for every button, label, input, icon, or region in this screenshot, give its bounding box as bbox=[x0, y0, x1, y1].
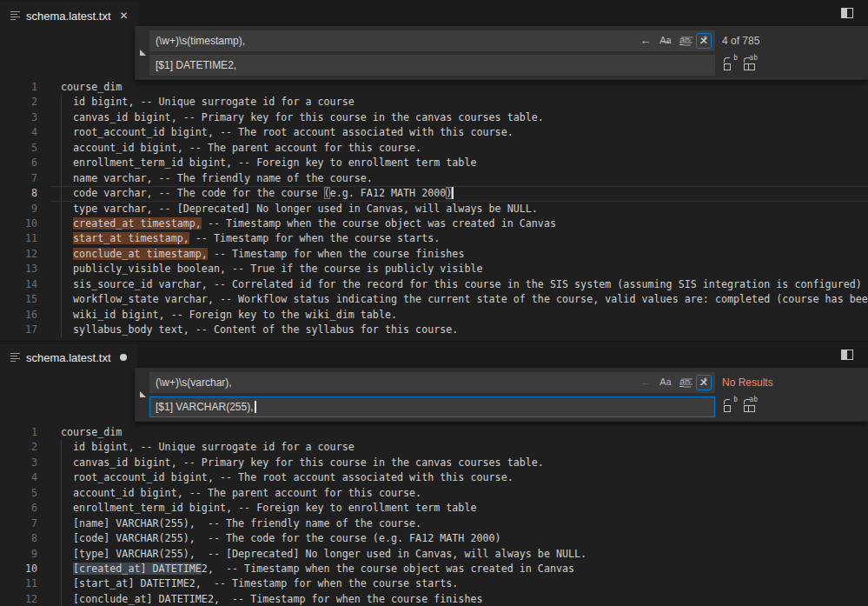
find-in-selection-icon[interactable] bbox=[681, 37, 692, 46]
line-text: root_account_id bigint, -- The root acco… bbox=[61, 125, 514, 140]
close-find-icon[interactable]: ✕ bbox=[696, 372, 712, 393]
split-editor-icon[interactable] bbox=[841, 8, 853, 18]
code-line: 5 account_id bigint, -- The parent accou… bbox=[0, 486, 868, 501]
previous-match-icon[interactable]: ← bbox=[637, 372, 654, 393]
toggle-replace-icon[interactable] bbox=[140, 391, 146, 397]
line-text: start_at timestamp, -- Timestamp for whe… bbox=[61, 231, 440, 246]
line-text: name varchar, -- The friendly name of th… bbox=[61, 171, 373, 186]
line-text: [start_at] DATETIME2, -- Timestamp for w… bbox=[61, 576, 458, 591]
line-text: enrollment_term_id bigint, -- Foreign ke… bbox=[61, 156, 476, 170]
line-text: account_id bigint, -- The parent account… bbox=[61, 486, 421, 501]
toggle-replace-icon[interactable] bbox=[140, 50, 146, 56]
find-match-count: 4 of 785 bbox=[722, 30, 759, 51]
previous-match-icon[interactable]: ← bbox=[637, 30, 654, 51]
selection-highlight: [created_at] DATETIME bbox=[73, 563, 202, 575]
line-text: canvas_id bigint, -- Primary key for thi… bbox=[61, 110, 544, 125]
line-number: 13 bbox=[0, 262, 37, 276]
line-text: created_at timestamp, -- Timestamp when … bbox=[61, 216, 556, 231]
line-text: workflow_state varchar, -- Workflow stat… bbox=[61, 292, 868, 307]
line-text: root_account_id bigint, -- The root acco… bbox=[61, 470, 514, 485]
tab-bar-bottom: schema.latest.txt bbox=[0, 342, 868, 368]
line-text: id bigint, -- Unique surrogate id for a … bbox=[61, 95, 354, 110]
line-number: 10 bbox=[0, 562, 37, 576]
code-line: 7 name varchar, -- The friendly name of … bbox=[0, 171, 868, 186]
line-number: 5 bbox=[0, 486, 37, 501]
line-number: 7 bbox=[0, 516, 37, 531]
replace-icon[interactable]: b bbox=[723, 57, 738, 71]
find-match-count: No Results bbox=[722, 372, 773, 393]
code-line: 9 type varchar, -- [Deprecated] No longe… bbox=[0, 202, 868, 216]
find-match-highlight: conclude_at timestamp, bbox=[73, 248, 208, 260]
line-text: course_dim bbox=[61, 425, 122, 440]
code-line: 8 code varchar, -- The code for the cour… bbox=[0, 186, 868, 201]
line-number: 9 bbox=[0, 547, 37, 562]
text-file-icon bbox=[10, 11, 20, 20]
find-replace-widget-top: Aa ab .* 4 of 785 ← → ✕ b ab bbox=[135, 26, 868, 80]
code-editor-top[interactable]: 1course_dim2 id bigint, -- Unique surrog… bbox=[0, 80, 868, 337]
replace-input[interactable] bbox=[149, 396, 715, 417]
close-tab-icon[interactable]: ✕ bbox=[117, 10, 129, 22]
line-number: 3 bbox=[0, 110, 37, 125]
code-line: 4 root_account_id bigint, -- The root ac… bbox=[0, 125, 868, 140]
code-line: 12 [conclude_at] DATETIME2, -- Timestamp… bbox=[0, 592, 868, 606]
find-input[interactable] bbox=[149, 30, 715, 51]
code-line: 4 root_account_id bigint, -- The root ac… bbox=[0, 470, 868, 485]
code-line: 11 [start_at] DATETIME2, -- Timestamp fo… bbox=[0, 576, 868, 591]
line-text: sis_source_id varchar, -- Correlated id … bbox=[61, 277, 862, 292]
editor-pane-top: schema.latest.txt ✕ Aa ab .* 4 of 785 ← … bbox=[0, 0, 868, 341]
line-text: account_id bigint, -- The parent account… bbox=[61, 141, 421, 156]
split-editor-icon[interactable] bbox=[841, 350, 853, 360]
replace-all-icon[interactable]: ab bbox=[743, 398, 758, 413]
replace-input[interactable] bbox=[149, 55, 715, 76]
tab-schema-latest-top[interactable]: schema.latest.txt ✕ bbox=[0, 3, 139, 29]
replace-all-icon[interactable]: ab bbox=[743, 57, 758, 71]
code-editor-bottom[interactable]: 1course_dim2 id bigint, -- Unique surrog… bbox=[0, 425, 868, 606]
line-number: 1 bbox=[0, 80, 37, 95]
line-text: [type] VARCHAR(255), -- [Deprecated] No … bbox=[61, 547, 586, 562]
line-number: 8 bbox=[0, 531, 37, 546]
code-line: 3 canvas_id bigint, -- Primary key for t… bbox=[0, 456, 868, 470]
find-in-selection-icon[interactable] bbox=[681, 378, 692, 388]
code-line: 14 sis_source_id varchar, -- Correlated … bbox=[0, 277, 868, 292]
line-text: wiki_id bigint, -- Foreign key to the wi… bbox=[61, 308, 397, 323]
code-line: 13 publicly_visible boolean, -- True if … bbox=[0, 262, 868, 276]
vscode-editor-window: schema.latest.txt ✕ Aa ab .* 4 of 785 ← … bbox=[0, 0, 868, 606]
line-number: 12 bbox=[0, 247, 37, 262]
next-match-icon[interactable]: → bbox=[657, 30, 674, 51]
line-number: 8 bbox=[0, 186, 37, 201]
bracket-match: ) bbox=[446, 187, 452, 199]
code-line: 3 canvas_id bigint, -- Primary key for t… bbox=[0, 110, 868, 125]
code-line: 5 account_id bigint, -- The parent accou… bbox=[0, 141, 868, 156]
modified-dot-icon[interactable] bbox=[120, 354, 127, 361]
line-text: id bigint, -- Unique surrogate id for a … bbox=[61, 440, 354, 455]
close-find-icon[interactable]: ✕ bbox=[696, 30, 712, 51]
text-file-icon bbox=[10, 353, 20, 362]
text-cursor bbox=[255, 401, 256, 413]
replace-row: b ab bbox=[149, 396, 715, 417]
line-text: conclude_at timestamp, -- Timestamp for … bbox=[61, 247, 464, 262]
tab-title: schema.latest.txt bbox=[26, 10, 111, 23]
next-match-icon[interactable]: → bbox=[657, 372, 674, 393]
find-row: Aa ab .* 4 of 785 ← → ✕ bbox=[149, 30, 715, 51]
line-number: 4 bbox=[0, 470, 37, 485]
code-line: 1course_dim bbox=[0, 425, 868, 440]
line-number: 16 bbox=[0, 308, 37, 323]
replace-icon[interactable]: b bbox=[723, 398, 738, 413]
line-text: type varchar, -- [Deprecated] No longer … bbox=[61, 202, 538, 216]
line-number: 12 bbox=[0, 592, 37, 606]
line-number: 2 bbox=[0, 95, 37, 110]
code-line: 8 [code] VARCHAR(255), -- The code for t… bbox=[0, 531, 868, 546]
line-text: enrollment_term_id bigint, -- Foreign ke… bbox=[61, 501, 476, 516]
find-input[interactable] bbox=[149, 372, 715, 393]
line-text: course_dim bbox=[61, 80, 122, 95]
code-line: 10 [created_at] DATETIME2, -- Timestamp … bbox=[0, 562, 868, 576]
code-line: 12 conclude_at timestamp, -- Timestamp f… bbox=[0, 247, 868, 262]
code-line: 15 workflow_state varchar, -- Workflow s… bbox=[0, 292, 868, 307]
line-number: 17 bbox=[0, 323, 37, 337]
tab-schema-latest-bottom[interactable]: schema.latest.txt bbox=[0, 344, 137, 370]
line-number: 6 bbox=[0, 156, 37, 170]
find-row: Aa ab .* No Results ← → ✕ bbox=[149, 372, 715, 393]
tab-title: schema.latest.txt bbox=[26, 351, 111, 364]
tab-bar-top: schema.latest.txt ✕ bbox=[0, 0, 868, 26]
code-line: 16 wiki_id bigint, -- Foreign key to the… bbox=[0, 308, 868, 323]
